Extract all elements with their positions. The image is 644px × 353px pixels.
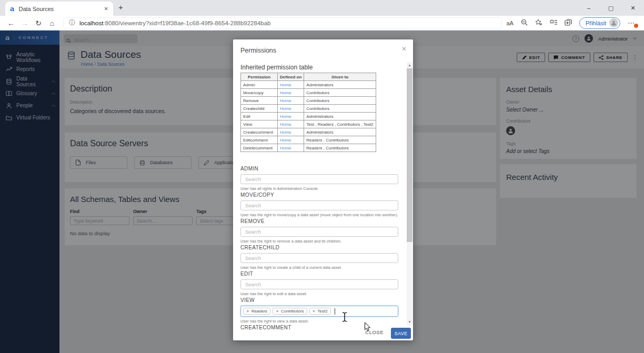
- dialog-title: Permissions: [240, 47, 276, 54]
- url-path: :8080/viewentry?xid=f19f38ae-1c68-49f9-8…: [103, 20, 270, 26]
- favicon-icon: a: [10, 5, 14, 13]
- chip-remove-icon[interactable]: ✕: [246, 309, 249, 314]
- inherited-table-heading: Inherited permission table: [240, 64, 313, 71]
- table-row: CreatecommentHomeAdministrators: [241, 128, 376, 136]
- remove-search-input[interactable]: [240, 227, 398, 237]
- pointer-cursor: [364, 322, 371, 334]
- profile-avatar-icon: [609, 18, 618, 27]
- createchild-search-input[interactable]: [240, 253, 398, 263]
- signin-label: Přihlásit: [586, 20, 606, 26]
- table-row: CreatechildHomeContributors: [241, 105, 376, 113]
- browser-tab[interactable]: a Data Sources ✕: [5, 2, 113, 16]
- ibeam-cursor: [341, 311, 348, 325]
- table-row: RemoveHomeContributors: [241, 97, 376, 105]
- collections-icon[interactable]: [550, 19, 557, 27]
- home-link[interactable]: Home: [280, 130, 291, 135]
- table-row: EditHomeAdministrators: [241, 113, 376, 120]
- translate-icon[interactable]: aA: [506, 20, 513, 26]
- signin-button[interactable]: Přihlásit: [579, 17, 620, 29]
- forward-icon: →: [18, 19, 32, 27]
- refresh-icon[interactable]: ↻: [32, 19, 45, 27]
- scroll-up-icon[interactable]: ▲: [407, 62, 412, 68]
- table-row: Move/copyHomeContributors: [241, 89, 376, 97]
- text-caret: [335, 308, 335, 315]
- chip-remove-icon[interactable]: ✕: [313, 309, 316, 314]
- tab-groups-icon[interactable]: [565, 19, 572, 27]
- tab-close-icon[interactable]: ✕: [104, 6, 108, 12]
- home-icon[interactable]: ⌂: [45, 19, 59, 27]
- admin-search-input[interactable]: [240, 174, 398, 184]
- scroll-down-icon[interactable]: ▼: [407, 319, 412, 325]
- back-icon[interactable]: ←: [4, 19, 18, 27]
- table-row: AdminHomeAdministrators: [241, 81, 376, 89]
- col-given-to: Given to: [304, 73, 376, 81]
- window-restore-button[interactable]: ▢: [600, 0, 622, 16]
- favorites-add-icon[interactable]: [535, 19, 542, 27]
- permission-section-admin: ADMIN User has all rights in Administrat…: [240, 166, 398, 192]
- window-minimize-button[interactable]: –: [578, 0, 600, 16]
- browser-tab-strip: a Data Sources ✕ + – ▢ ✕: [0, 0, 644, 16]
- browser-menu-button[interactable]: ⋯: [628, 19, 637, 27]
- url-text[interactable]: localhost:8080/viewentry?xid=f19f38ae-1c…: [79, 20, 270, 26]
- close-icon[interactable]: ✕: [401, 45, 407, 53]
- url-host: localhost: [79, 20, 103, 26]
- table-row: DeletecommentHomeReaders , Contributors: [241, 144, 376, 152]
- scrollbar-thumb[interactable]: [407, 68, 412, 242]
- home-link[interactable]: Home: [280, 83, 291, 87]
- chip-contributors[interactable]: ✕Contributors: [273, 308, 307, 315]
- home-link[interactable]: Home: [280, 138, 291, 143]
- home-link[interactable]: Home: [280, 106, 291, 111]
- browser-toolbar: ← → ↻ ⌂ ⓘ localhost:8080/viewentry?xid=f…: [0, 16, 644, 31]
- permission-section-edit: EDIT User has the right to edit a data a…: [240, 271, 398, 297]
- site-info-icon[interactable]: ⓘ: [69, 18, 75, 27]
- chip-readers[interactable]: ✕Readers: [243, 308, 270, 315]
- movecopy-search-input[interactable]: [240, 200, 398, 210]
- modal-scrollbar[interactable]: ▲ ▼: [407, 62, 412, 325]
- permission-section-remove: REMOVE User has the right to remove a da…: [240, 218, 398, 245]
- address-bar[interactable]: ⓘ localhost:8080/viewentry?xid=f19f38ae-…: [63, 17, 502, 29]
- home-link[interactable]: Home: [280, 114, 291, 119]
- zoom-out-icon[interactable]: [521, 19, 528, 27]
- permissions-dialog: Permissions ✕ Inherited permission table…: [233, 39, 413, 340]
- col-defined-on: Defined on: [278, 73, 304, 81]
- new-tab-button[interactable]: +: [118, 3, 123, 12]
- home-link[interactable]: Home: [280, 90, 291, 95]
- tab-title: Data Sources: [18, 6, 99, 12]
- col-permission: Permission: [241, 73, 278, 81]
- inherited-permissions-table: Permission Defined on Given to AdminHome…: [240, 73, 376, 152]
- view-chip-input[interactable]: ✕Readers ✕Contributors ✕Test2: [240, 306, 398, 317]
- permission-section-movecopy: MOVE/COPY User has the right to move/cop…: [240, 192, 398, 218]
- notification-badge: [633, 23, 639, 28]
- window-close-button[interactable]: ✕: [622, 0, 644, 16]
- chip-remove-icon[interactable]: ✕: [276, 309, 279, 314]
- table-row: EditcommentHomeReaders , Contributors: [241, 136, 376, 144]
- home-link[interactable]: Home: [280, 146, 291, 150]
- table-row: ViewHomeTest , Readers , Contributors , …: [241, 120, 376, 128]
- home-link[interactable]: Home: [280, 122, 291, 127]
- save-button[interactable]: SAVE: [391, 328, 411, 339]
- edit-search-input[interactable]: [240, 279, 398, 289]
- home-link[interactable]: Home: [280, 98, 291, 103]
- chip-test2[interactable]: ✕Test2: [309, 308, 331, 315]
- permission-section-createchild: CREATECHILD User has the right to create…: [240, 245, 398, 271]
- permission-section-view: VIEW ✕Readers ✕Contributors ✕Test2 User …: [240, 297, 398, 325]
